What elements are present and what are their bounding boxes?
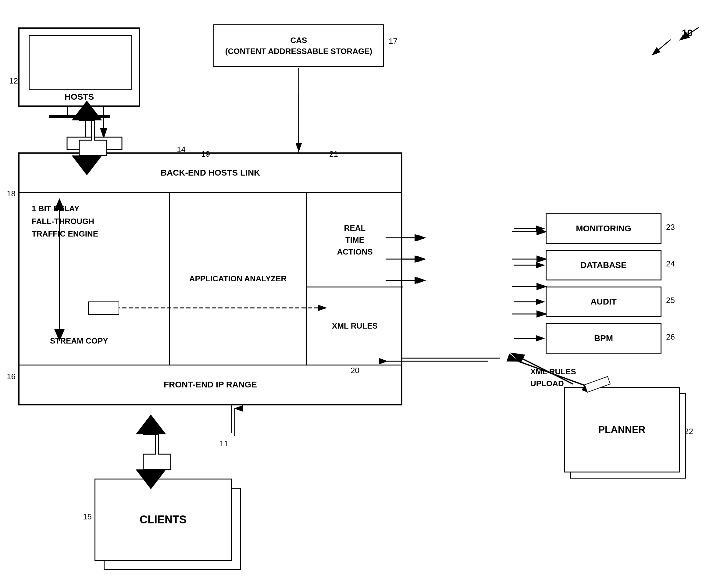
ref-18: 18 [7,189,16,198]
database-label: DATABASE [580,260,627,271]
app-analyzer-label: APPLICATION ANALYZER [189,273,287,285]
ref-21: 21 [329,149,338,159]
diagram: HOSTS 12 CAS(CONTENT ADDRESSABLE STORAGE… [0,0,720,588]
ref-12: 12 [9,76,18,86]
ref-16: 16 [7,372,16,381]
ref-19: 19 [201,149,210,159]
ref-11: 11 [219,439,228,448]
svg-line-52 [652,40,671,55]
clients-label: CLIENTS [140,513,187,527]
xml-rules-upload-label: XML RULESUPLOAD [530,367,576,388]
svg-marker-49 [136,415,166,434]
cas-box: CAS(CONTENT ADDRESSABLE STORAGE) [213,24,384,67]
ref-23: 23 [666,223,675,232]
back-end-label: BACK-END HOSTS LINK [161,167,260,178]
traffic-engine-label: 1 BIT DELAYFALL-THROUGHTRAFFIC ENGINE [32,203,160,240]
ref-25: 25 [666,296,675,305]
ref-17: 17 [389,37,398,46]
cas-label: CAS(CONTENT ADDRESSABLE STORAGE) [225,35,372,57]
audit-box: AUDIT [546,287,661,317]
bpm-box: BPM [546,323,661,354]
ref10-arrow [674,21,705,46]
stream-copy-label: STREAM COPY [50,336,108,345]
xml-rules-label: XML RULES [332,321,378,331]
ref-20: 20 [351,366,359,375]
real-time-label: REALTIMEACTIONS [337,222,373,258]
planner-box: PLANNER [564,387,680,472]
main-appliance-box: BACK-END HOSTS LINK FRONT-END IP RANGE 1… [18,152,402,405]
monitoring-box: MONITORING [546,213,661,244]
hosts-label: HOSTS [20,91,139,102]
bpm-label: BPM [594,333,613,344]
ref-24: 24 [666,259,675,269]
planner-label: PLANNER [598,423,645,436]
monitoring-label: MONITORING [576,223,631,234]
ref-15: 15 [83,512,92,522]
svg-marker-28 [79,120,107,155]
front-end-label: FRONT-END IP RANGE [164,379,257,390]
audit-label: AUDIT [590,296,617,307]
hosts-box: HOSTS [18,27,140,107]
database-box: DATABASE [546,250,661,280]
ref-26: 26 [666,332,675,342]
svg-line-23 [680,27,699,40]
ref-14: 14 [177,145,186,154]
svg-marker-48 [143,434,171,469]
clients-box: CLIENTS [94,479,232,561]
